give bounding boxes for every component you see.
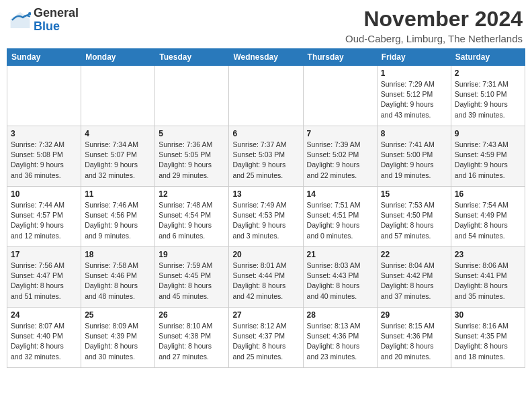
- day-cell: [7, 66, 81, 126]
- day-info: Sunrise: 7:29 AMSunset: 5:12 PMDaylight:…: [381, 79, 447, 120]
- day-number: 20: [232, 250, 299, 259]
- day-cell: [229, 66, 303, 126]
- day-info: Sunrise: 8:16 AMSunset: 4:35 PMDaylight:…: [455, 321, 521, 362]
- day-number: 13: [232, 189, 299, 199]
- day-info: Sunrise: 7:51 AMSunset: 4:51 PMDaylight:…: [307, 200, 373, 241]
- day-info: Sunrise: 7:36 AMSunset: 5:05 PMDaylight:…: [159, 140, 225, 181]
- day-cell: 11Sunrise: 7:46 AMSunset: 4:56 PMDayligh…: [81, 187, 155, 247]
- day-number: 18: [85, 250, 151, 259]
- day-number: 17: [11, 250, 77, 259]
- day-number: 26: [159, 310, 225, 320]
- day-info: Sunrise: 7:32 AMSunset: 5:08 PMDaylight:…: [11, 140, 77, 181]
- day-info: Sunrise: 7:56 AMSunset: 4:47 PMDaylight:…: [11, 261, 77, 302]
- day-info: Sunrise: 7:41 AMSunset: 5:00 PMDaylight:…: [381, 140, 447, 181]
- day-cell: 17Sunrise: 7:56 AMSunset: 4:47 PMDayligh…: [7, 247, 81, 308]
- day-info: Sunrise: 7:31 AMSunset: 5:10 PMDaylight:…: [455, 79, 521, 120]
- day-info: Sunrise: 7:53 AMSunset: 4:50 PMDaylight:…: [381, 200, 447, 241]
- day-info: Sunrise: 8:01 AMSunset: 4:44 PMDaylight:…: [232, 261, 299, 302]
- day-cell: 23Sunrise: 8:06 AMSunset: 4:41 PMDayligh…: [451, 247, 525, 308]
- weekday-header-wednesday: Wednesday: [229, 49, 303, 66]
- day-cell: 7Sunrise: 7:39 AMSunset: 5:02 PMDaylight…: [303, 126, 377, 187]
- day-number: 28: [307, 310, 373, 320]
- day-cell: 29Sunrise: 8:15 AMSunset: 4:36 PMDayligh…: [377, 308, 451, 368]
- day-cell: 26Sunrise: 8:10 AMSunset: 4:38 PMDayligh…: [155, 308, 229, 368]
- day-cell: 10Sunrise: 7:44 AMSunset: 4:57 PMDayligh…: [7, 187, 81, 247]
- day-info: Sunrise: 7:44 AMSunset: 4:57 PMDaylight:…: [11, 200, 77, 241]
- day-info: Sunrise: 7:58 AMSunset: 4:46 PMDaylight:…: [85, 261, 151, 302]
- day-cell: 14Sunrise: 7:51 AMSunset: 4:51 PMDayligh…: [303, 187, 377, 247]
- day-cell: 4Sunrise: 7:34 AMSunset: 5:07 PMDaylight…: [81, 126, 155, 187]
- logo-icon: [9, 9, 31, 31]
- calendar: SundayMondayTuesdayWednesdayThursdayFrid…: [7, 48, 525, 368]
- day-cell: 19Sunrise: 7:59 AMSunset: 4:45 PMDayligh…: [155, 247, 229, 308]
- title-area: November 2024 Oud-Caberg, Limburg, The N…: [345, 7, 523, 44]
- day-cell: 18Sunrise: 7:58 AMSunset: 4:46 PMDayligh…: [81, 247, 155, 308]
- weekday-header-sunday: Sunday: [7, 49, 81, 66]
- day-number: 23: [455, 250, 521, 259]
- week-row-1: 1Sunrise: 7:29 AMSunset: 5:12 PMDaylight…: [7, 66, 525, 126]
- day-number: 29: [381, 310, 447, 320]
- day-info: Sunrise: 8:12 AMSunset: 4:37 PMDaylight:…: [232, 321, 299, 362]
- week-row-4: 17Sunrise: 7:56 AMSunset: 4:47 PMDayligh…: [7, 247, 525, 308]
- day-number: 12: [159, 189, 225, 199]
- day-number: 2: [455, 68, 521, 78]
- day-number: 21: [307, 250, 373, 259]
- day-cell: 21Sunrise: 8:03 AMSunset: 4:43 PMDayligh…: [303, 247, 377, 308]
- day-number: 3: [11, 129, 77, 138]
- day-info: Sunrise: 8:09 AMSunset: 4:39 PMDaylight:…: [85, 321, 151, 362]
- day-info: Sunrise: 8:03 AMSunset: 4:43 PMDaylight:…: [307, 261, 373, 302]
- day-number: 1: [381, 68, 447, 78]
- day-cell: 6Sunrise: 7:37 AMSunset: 5:03 PMDaylight…: [229, 126, 303, 187]
- month-title: November 2024: [345, 7, 523, 32]
- logo-general: General: [34, 7, 79, 20]
- day-cell: 9Sunrise: 7:43 AMSunset: 4:59 PMDaylight…: [451, 126, 525, 187]
- weekday-header-saturday: Saturday: [451, 49, 525, 66]
- day-info: Sunrise: 7:39 AMSunset: 5:02 PMDaylight:…: [307, 140, 373, 181]
- day-info: Sunrise: 7:46 AMSunset: 4:56 PMDaylight:…: [85, 200, 151, 241]
- day-info: Sunrise: 8:13 AMSunset: 4:36 PMDaylight:…: [307, 321, 373, 362]
- day-info: Sunrise: 8:07 AMSunset: 4:40 PMDaylight:…: [11, 321, 77, 362]
- day-cell: [303, 66, 377, 126]
- day-cell: 5Sunrise: 7:36 AMSunset: 5:05 PMDaylight…: [155, 126, 229, 187]
- day-number: 7: [307, 129, 373, 138]
- day-info: Sunrise: 7:34 AMSunset: 5:07 PMDaylight:…: [85, 140, 151, 181]
- day-info: Sunrise: 8:06 AMSunset: 4:41 PMDaylight:…: [455, 261, 521, 302]
- day-cell: 3Sunrise: 7:32 AMSunset: 5:08 PMDaylight…: [7, 126, 81, 187]
- day-cell: [155, 66, 229, 126]
- weekday-header-monday: Monday: [81, 49, 155, 66]
- day-cell: 28Sunrise: 8:13 AMSunset: 4:36 PMDayligh…: [303, 308, 377, 368]
- day-cell: 22Sunrise: 8:04 AMSunset: 4:42 PMDayligh…: [377, 247, 451, 308]
- day-cell: 25Sunrise: 8:09 AMSunset: 4:39 PMDayligh…: [81, 308, 155, 368]
- day-cell: 16Sunrise: 7:54 AMSunset: 4:49 PMDayligh…: [451, 187, 525, 247]
- weekday-header-row: SundayMondayTuesdayWednesdayThursdayFrid…: [7, 49, 525, 66]
- logo-blue: Blue: [34, 20, 79, 34]
- day-info: Sunrise: 7:48 AMSunset: 4:54 PMDaylight:…: [159, 200, 225, 241]
- day-number: 22: [381, 250, 447, 259]
- day-info: Sunrise: 8:15 AMSunset: 4:36 PMDaylight:…: [381, 321, 447, 362]
- day-number: 8: [381, 129, 447, 138]
- day-cell: 8Sunrise: 7:41 AMSunset: 5:00 PMDaylight…: [377, 126, 451, 187]
- day-cell: [81, 66, 155, 126]
- weekday-header-tuesday: Tuesday: [155, 49, 229, 66]
- day-cell: 30Sunrise: 8:16 AMSunset: 4:35 PMDayligh…: [451, 308, 525, 368]
- day-info: Sunrise: 7:37 AMSunset: 5:03 PMDaylight:…: [232, 140, 299, 181]
- day-number: 27: [232, 310, 299, 320]
- logo-text: General Blue: [34, 7, 79, 34]
- day-info: Sunrise: 7:59 AMSunset: 4:45 PMDaylight:…: [159, 261, 225, 302]
- day-number: 15: [381, 189, 447, 199]
- day-info: Sunrise: 8:04 AMSunset: 4:42 PMDaylight:…: [381, 261, 447, 302]
- day-number: 11: [85, 189, 151, 199]
- logo: General Blue: [9, 7, 79, 34]
- day-info: Sunrise: 7:54 AMSunset: 4:49 PMDaylight:…: [455, 200, 521, 241]
- day-number: 14: [307, 189, 373, 199]
- day-cell: 13Sunrise: 7:49 AMSunset: 4:53 PMDayligh…: [229, 187, 303, 247]
- weekday-header-thursday: Thursday: [303, 49, 377, 66]
- day-number: 9: [455, 129, 521, 138]
- day-cell: 20Sunrise: 8:01 AMSunset: 4:44 PMDayligh…: [229, 247, 303, 308]
- day-info: Sunrise: 7:43 AMSunset: 4:59 PMDaylight:…: [455, 140, 521, 181]
- day-cell: 2Sunrise: 7:31 AMSunset: 5:10 PMDaylight…: [451, 66, 525, 126]
- week-row-3: 10Sunrise: 7:44 AMSunset: 4:57 PMDayligh…: [7, 187, 525, 247]
- header: General Blue November 2024 Oud-Caberg, L…: [7, 7, 525, 44]
- day-number: 10: [11, 189, 77, 199]
- day-number: 19: [159, 250, 225, 259]
